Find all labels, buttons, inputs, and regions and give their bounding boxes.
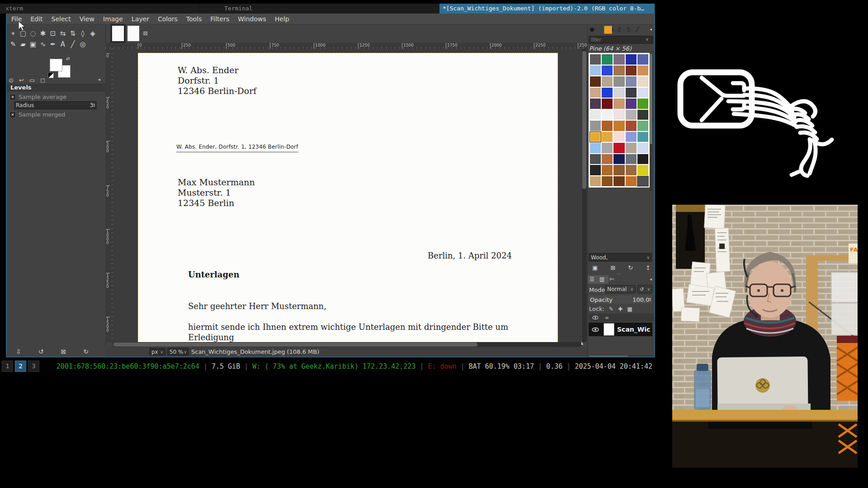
pattern-swatch[interactable] [637,154,649,165]
unified-transform-tool-icon[interactable]: ⇆ [58,28,68,39]
pattern-swatch[interactable] [590,76,601,87]
channels-tab-icon[interactable]: ▥ [599,276,604,282]
pattern-swatch[interactable] [613,164,625,176]
refresh-patterns-icon[interactable]: ↻ [628,264,633,271]
sample-merged-row[interactable]: ✕ Sample merged [9,111,65,118]
pattern-swatch[interactable] [590,98,601,109]
pattern-swatch[interactable] [601,65,613,76]
bucket-fill-tool-icon[interactable]: ◈ [88,28,98,39]
free-select-tool-icon[interactable]: ◌ [28,28,38,39]
restore-preset-icon[interactable]: ↺ [38,348,44,355]
pattern-swatch[interactable] [601,120,613,131]
lock-pixels-icon[interactable]: ✎ [609,306,613,312]
pattern-swatch[interactable] [590,176,601,187]
tool-presets-tab-icon[interactable]: ╱ [634,26,641,33]
lock-position-icon[interactable]: ✚ [618,306,623,312]
reset-tool-icon[interactable]: ↻ [83,348,89,355]
vertical-ruler[interactable]: 0250500750100012501500 [105,49,113,342]
window-tab-terminal[interactable]: Terminal [199,4,439,14]
clone-tool-icon[interactable]: ▣ [28,39,38,50]
menu-item[interactable]: Edit [30,15,42,23]
sample-average-checkbox[interactable]: ✕ [9,94,16,100]
pattern-swatch[interactable] [625,131,637,143]
window-tab-xterm[interactable]: xterm [0,4,199,14]
pattern-filter-input[interactable] [589,36,653,44]
pattern-swatch[interactable] [625,98,637,109]
pattern-swatch[interactable] [637,131,649,143]
flip-tool-icon[interactable]: ⇅ [68,28,78,39]
workspace-button-2-active[interactable]: 2 [15,361,26,372]
pattern-swatch[interactable] [613,154,625,165]
close-image-icon[interactable]: ⊠ [143,30,148,37]
menu-item[interactable]: Select [52,15,71,23]
pattern-swatch[interactable] [601,142,613,154]
pattern-swatch[interactable] [590,87,601,99]
pattern-swatch[interactable] [625,176,637,187]
pattern-swatch[interactable] [637,65,649,76]
pattern-swatch[interactable] [613,87,625,99]
preset-swatch-icon[interactable]: ◻ [40,77,45,84]
delete-pattern-icon[interactable]: ⊠ [610,264,615,271]
pattern-swatch[interactable] [590,154,601,165]
link-icon[interactable]: ∞ [605,315,609,321]
pattern-swatch[interactable] [625,164,637,176]
pattern-swatch[interactable] [590,120,601,131]
pattern-swatch[interactable] [601,98,613,109]
pattern-swatch[interactable] [613,120,625,131]
pattern-swatch[interactable] [637,164,649,176]
menu-item[interactable]: Filters [210,15,229,23]
layer-name[interactable]: Scan_Wic [617,326,650,333]
layer-row[interactable]: Scan_Wic [589,323,652,336]
pattern-swatch[interactable] [601,76,613,87]
pattern-swatch[interactable] [613,109,625,121]
pattern-swatch[interactable] [625,65,637,76]
pattern-swatch[interactable] [613,65,625,76]
default-colors-icon[interactable] [48,72,54,78]
pattern-swatch[interactable] [590,54,601,65]
pattern-swatch[interactable] [601,154,613,165]
mode-dropdown[interactable]: Normal∨ [605,285,636,293]
radius-input[interactable]: Radius 3 ▴▾ [14,101,97,109]
pattern-swatch[interactable] [590,109,601,121]
vertical-scrollbar-thumb[interactable] [582,51,586,189]
pattern-grid-scrollbar[interactable] [650,53,652,191]
duplicate-pattern-icon[interactable]: ▣ [592,264,598,271]
image-tab-active[interactable] [110,24,126,43]
document-history-tab-icon[interactable]: ▯ [616,26,623,33]
undo-arrow-icon[interactable]: ↩ [19,77,24,84]
pattern-swatch[interactable] [613,142,625,154]
vertical-scrollbar[interactable] [582,49,587,342]
pattern-swatch[interactable] [590,142,601,154]
pattern-swatch[interactable] [601,131,613,143]
pattern-swatch[interactable] [590,65,601,76]
mode-switch-button[interactable]: ↺ ∨ [637,285,652,293]
sample-average-row[interactable]: ✕ Sample average [9,94,66,100]
pattern-swatch[interactable] [613,54,625,65]
unit-dropdown[interactable]: px∨ [149,348,165,356]
buffers-tab-icon[interactable]: ▯ [625,26,632,33]
menu-item[interactable]: Tools [186,15,202,23]
horizontal-scrollbar-thumb[interactable] [113,343,477,347]
pattern-swatch[interactable] [613,76,625,87]
workspace-button-1[interactable]: 1 [2,361,13,372]
paths-tab-icon[interactable]: ✄ [609,276,614,282]
pattern-swatch[interactable] [637,98,649,109]
menu-item[interactable]: Image [103,15,123,23]
dock-scrollbar[interactable] [590,355,652,357]
lock-alpha-icon[interactable]: ▦ [627,306,632,312]
smudge-tool-icon[interactable]: ∿ [38,39,48,50]
horizontal-ruler[interactable]: 02505007501000125015001750200022502500 [105,43,588,49]
pattern-swatch[interactable] [601,164,613,176]
layers-tab-icon[interactable]: ☰ [590,276,594,282]
panel-expander-icon[interactable]: ◂ [98,77,100,82]
pattern-swatch[interactable] [625,120,637,131]
save-preset-icon[interactable]: ⇩ [16,348,21,355]
pattern-swatch[interactable] [613,176,625,187]
drag-handle-dots[interactable]: ⋯ [617,272,622,277]
brush-dropdown[interactable]: Wood,∨ [589,253,652,262]
zoom-tool-icon[interactable]: ◎ [78,39,88,50]
delete-preset-icon[interactable]: ⊠ [61,348,66,355]
menu-item[interactable]: Colors [158,15,178,23]
canvas-viewport[interactable]: W. Abs. EnderDorfstr. 112346 Berlin-Dorf… [113,49,581,342]
brushes-tab-icon[interactable]: ● [589,26,595,33]
